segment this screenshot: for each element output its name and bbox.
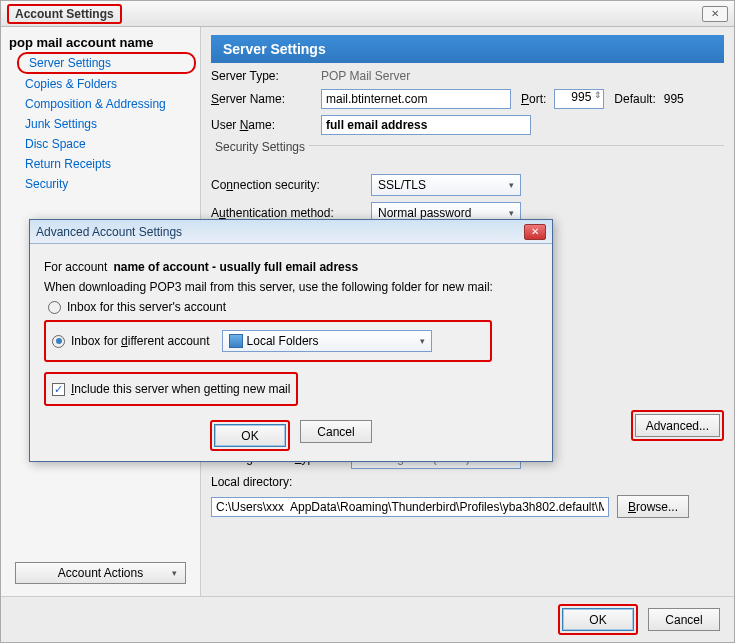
main-cancel-button[interactable]: Cancel: [648, 608, 720, 631]
server-type-label: Server Type:: [211, 69, 321, 83]
local-folders-icon: [229, 334, 243, 348]
close-icon[interactable]: ✕: [702, 6, 728, 22]
dialog-body: For account name of account - usually fu…: [30, 244, 552, 461]
auth-method-label: Authentication method:: [211, 206, 371, 220]
port-label: Port:: [521, 92, 546, 106]
title-bar: Account Settings ✕: [1, 1, 734, 27]
sidebar-account-header[interactable]: pop mail account name: [5, 33, 196, 52]
server-name-input[interactable]: [321, 89, 511, 109]
sidebar-item-security[interactable]: Security: [5, 174, 196, 194]
dialog-cancel-button[interactable]: Cancel: [300, 420, 372, 443]
other-account-combo[interactable]: Local Folders: [222, 330, 432, 352]
dialog-close-icon[interactable]: ✕: [524, 224, 546, 240]
security-settings-group: Security Settings Connection security: S…: [211, 145, 724, 230]
default-port-label: Default:: [614, 92, 655, 106]
include-server-row[interactable]: Include this server when getting new mai…: [48, 380, 294, 398]
for-account-label: For account: [44, 260, 107, 274]
user-name-label: User Name:: [211, 118, 321, 132]
radio-other-highlight: Inbox for different account Local Folder…: [44, 320, 492, 362]
user-name-input[interactable]: [321, 115, 531, 135]
server-name-label: Server Name:: [211, 92, 321, 106]
security-legend: Security Settings: [211, 140, 309, 154]
dialog-instructions: When downloading POP3 mail from this ser…: [44, 280, 538, 294]
sidebar-item-server-settings[interactable]: Server Settings: [17, 52, 196, 74]
radio-inbox-other-row[interactable]: Inbox for different account Local Folder…: [48, 328, 488, 354]
connection-security-combo[interactable]: SSL/TLS: [371, 174, 521, 196]
radio-inbox-other[interactable]: [52, 335, 65, 348]
radio-inbox-other-label: Inbox for different account: [71, 334, 210, 348]
for-account-value: name of account - usually full email adr…: [113, 260, 358, 274]
sidebar-item-return-receipts[interactable]: Return Receipts: [5, 154, 196, 174]
dialog-ok-button[interactable]: OK: [214, 424, 286, 447]
connection-security-label: Connection security:: [211, 178, 371, 192]
sidebar-item-composition[interactable]: Composition & Addressing: [5, 94, 196, 114]
account-actions-button[interactable]: Account Actions: [15, 562, 186, 584]
dialog-title: Advanced Account Settings: [36, 225, 182, 239]
advanced-button[interactable]: Advanced...: [635, 414, 720, 437]
default-port-value: 995: [664, 92, 684, 106]
window-title: Account Settings: [7, 4, 122, 24]
sidebar-item-junk[interactable]: Junk Settings: [5, 114, 196, 134]
sidebar-item-disc-space[interactable]: Disc Space: [5, 134, 196, 154]
server-type-value: POP Mail Server: [321, 69, 410, 83]
include-server-highlight: Include this server when getting new mai…: [44, 372, 298, 406]
local-directory-input[interactable]: [211, 497, 609, 517]
radio-inbox-server-row[interactable]: Inbox for this server's account: [44, 298, 538, 316]
advanced-button-highlight: Advanced...: [631, 410, 724, 441]
port-input[interactable]: 995: [554, 89, 604, 109]
dialog-ok-highlight: OK: [210, 420, 290, 451]
include-server-label: Include this server when getting new mai…: [71, 382, 290, 396]
dialog-title-bar: Advanced Account Settings ✕: [30, 220, 552, 244]
sidebar-item-copies-folders[interactable]: Copies & Folders: [5, 74, 196, 94]
radio-inbox-server[interactable]: [48, 301, 61, 314]
main-ok-button[interactable]: OK: [562, 608, 634, 631]
dialog-buttons: OK Cancel: [44, 420, 538, 451]
browse-button[interactable]: Browse...: [617, 495, 689, 518]
panel-header: Server Settings: [211, 35, 724, 63]
main-ok-highlight: OK: [558, 604, 638, 635]
account-settings-window: Account Settings ✕ pop mail account name…: [0, 0, 735, 643]
account-actions-label: Account Actions: [58, 566, 143, 580]
include-server-checkbox[interactable]: [52, 383, 65, 396]
main-footer: OK Cancel: [1, 596, 734, 642]
local-directory-label: Local directory:: [211, 475, 292, 489]
advanced-account-settings-dialog: Advanced Account Settings ✕ For account …: [29, 219, 553, 462]
radio-inbox-server-label: Inbox for this server's account: [67, 300, 226, 314]
